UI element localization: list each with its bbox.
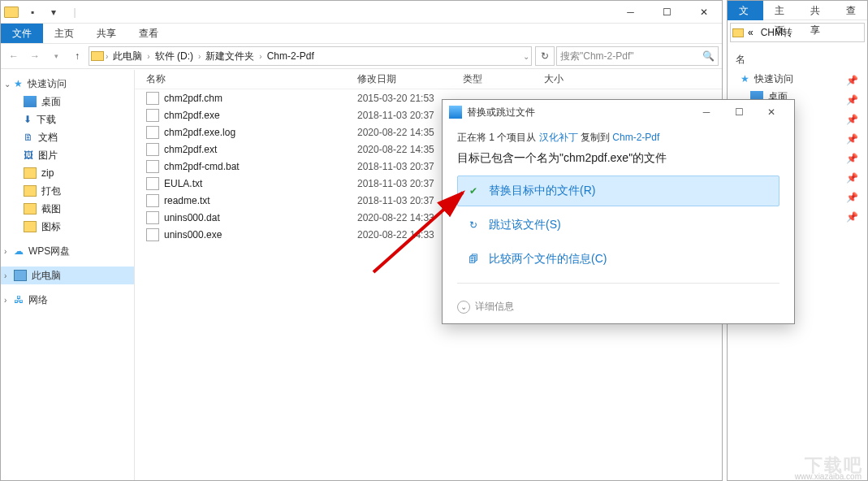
tab-home[interactable]: 主页 <box>43 24 85 43</box>
addr-dropdown-icon[interactable]: ⌄ <box>523 52 529 61</box>
search-input[interactable]: 搜索"Chm-2-Pdf" 🔍 <box>556 46 719 66</box>
tab-view[interactable]: 查看 <box>127 24 170 43</box>
chevron-right-icon[interactable]: › <box>198 52 201 61</box>
pin-icon[interactable]: 📌 <box>846 210 857 224</box>
tab-home[interactable]: 主页 <box>763 1 799 20</box>
caret-icon[interactable]: ⌄ <box>4 80 11 89</box>
dialog-minimize[interactable]: ─ <box>690 100 723 124</box>
qat-divider: | <box>66 3 84 21</box>
nav-recent[interactable]: ▾ <box>46 46 66 66</box>
address-bar-2[interactable]: « CHM转 <box>730 23 865 42</box>
dialog-body: 正在将 1 个项目从 汉化补丁 复制到 Chm-2-Pdf 目标已包含一个名为"… <box>443 124 794 295</box>
caret-icon[interactable]: › <box>4 247 6 256</box>
nav-bar: ← → ▾ ↑ › 此电脑 › 软件 (D:) › 新建文件夹 › Chm-2-… <box>1 43 722 69</box>
file-icon <box>146 126 159 139</box>
crumb[interactable]: CHM转 <box>758 26 796 40</box>
sidebar-quick-access[interactable]: ⌄ ★快速访问 <box>1 75 134 93</box>
file-icon <box>146 194 159 207</box>
sidebar-item-pictures[interactable]: 🖼图片 <box>1 146 134 164</box>
caret-icon[interactable]: › <box>4 296 6 305</box>
file-icon <box>146 143 159 156</box>
pin-icon[interactable]: 📌 <box>846 171 857 185</box>
sidebar-wps[interactable]: ›☁WPS网盘 <box>1 242 134 260</box>
titlebar: ▪ ▾ | ─ ☐ ✕ <box>1 1 722 24</box>
pin-icon[interactable]: 📌 <box>846 112 857 127</box>
ribbon-tabs: 文件 主页 共享 查看 <box>1 24 722 43</box>
col-name[interactable]: 名称 <box>146 72 357 86</box>
option-skip[interactable]: ↻ 跳过该文件(S) <box>457 210 779 240</box>
dest-link[interactable]: Chm-2-Pdf <box>612 132 659 143</box>
sidebar-item-screenshot[interactable]: 截图 <box>1 200 134 218</box>
sidebar-item-downloads[interactable]: ⬇下载 <box>1 110 134 128</box>
pin-icon[interactable]: 📌 <box>846 151 857 166</box>
caret-icon[interactable]: › <box>4 271 6 280</box>
maximize-button[interactable]: ☐ <box>649 1 685 24</box>
dialog-more-details[interactable]: ⌄ 详细信息 <box>443 295 794 323</box>
address-bar[interactable]: › 此电脑 › 软件 (D:) › 新建文件夹 › Chm-2-Pdf ⌄ <box>89 46 532 66</box>
chevron-right-icon[interactable]: › <box>106 52 108 61</box>
file-icon <box>146 211 159 224</box>
qat-btn-2[interactable]: ▾ <box>45 3 63 21</box>
compare-icon: 🗐 <box>466 252 481 266</box>
file-icon <box>146 109 159 122</box>
crumb-folder1[interactable]: 新建文件夹 <box>202 50 257 63</box>
col-size[interactable]: 大小 <box>544 72 722 86</box>
check-icon: ✔ <box>466 184 481 198</box>
dialog-status-line: 正在将 1 个项目从 汉化补丁 复制到 Chm-2-Pdf <box>457 131 779 145</box>
pin-icon[interactable]: 📌 <box>846 93 857 107</box>
nav-up[interactable]: ↑ <box>67 46 87 66</box>
window-buttons: ─ ☐ ✕ <box>612 1 722 24</box>
nav-back[interactable]: ← <box>4 46 24 66</box>
tab-file[interactable]: 文件 <box>1 24 43 43</box>
file-icon <box>146 92 159 105</box>
folder-icon <box>2 3 20 21</box>
tab-file[interactable]: 文件 <box>728 1 763 20</box>
tab-share[interactable]: 共享 <box>85 24 127 43</box>
minimize-button[interactable]: ─ <box>612 1 649 24</box>
tab-share[interactable]: 共享 <box>799 1 835 20</box>
pins-column: 📌 📌 📌 📌 📌 📌 📌 📌 <box>846 73 857 224</box>
pin-icon[interactable]: 📌 <box>846 132 857 146</box>
col-type[interactable]: 类型 <box>463 72 544 86</box>
dialog-maximize[interactable]: ☐ <box>723 100 755 124</box>
tab-view[interactable]: 查 <box>835 1 867 20</box>
sidebar-thispc[interactable]: ›此电脑 <box>1 266 134 284</box>
option-compare[interactable]: 🗐 比较两个文件的信息(C) <box>457 244 779 275</box>
pin-icon[interactable]: 📌 <box>846 190 857 205</box>
dialog-close[interactable]: ✕ <box>755 100 788 124</box>
dialog-title: 替换或跳过文件 <box>467 106 690 119</box>
watermark-url: www.xiazaiba.com <box>795 472 862 481</box>
source-link[interactable]: 汉化补丁 <box>539 132 578 143</box>
chevron-down-icon: ⌄ <box>457 301 470 314</box>
option-replace[interactable]: ✔ 替换目标中的文件(R) <box>457 176 779 206</box>
file-icon <box>146 228 159 241</box>
sidebar-item-documents[interactable]: 🗎文档 <box>1 128 134 146</box>
qat-btn-1[interactable]: ▪ <box>24 3 41 21</box>
crumb-folder2[interactable]: Chm-2-Pdf <box>264 50 317 62</box>
sidebar-item-icons[interactable]: 图标 <box>1 218 134 236</box>
pin-icon[interactable]: 📌 <box>846 73 857 88</box>
dialog-heading: 目标已包含一个名为"chm2pdf.exe"的文件 <box>457 151 779 166</box>
chevron-right-icon[interactable]: › <box>147 52 149 61</box>
search-icon[interactable]: 🔍 <box>702 50 715 62</box>
refresh-button[interactable]: ↻ <box>535 46 555 66</box>
sidebar-item-pack[interactable]: 打包 <box>1 182 134 200</box>
ribbon-tabs-2: 文件 主页 共享 查 <box>728 1 867 20</box>
folder-icon <box>91 51 104 61</box>
chevron-right-icon[interactable]: › <box>259 52 261 61</box>
dialog-titlebar: 替换或跳过文件 ─ ☐ ✕ <box>443 100 794 124</box>
file-icon <box>146 160 159 173</box>
quick-access-toolbar: ▪ ▾ | <box>1 1 85 23</box>
crumb-thispc[interactable]: 此电脑 <box>110 50 145 63</box>
crumb-drive[interactable]: 软件 (D:) <box>152 50 196 63</box>
close-button[interactable]: ✕ <box>685 1 722 24</box>
sidebar-item-zip[interactable]: zip <box>1 164 134 182</box>
search-placeholder: 搜索"Chm-2-Pdf" <box>560 50 634 63</box>
col-date[interactable]: 修改日期 <box>357 72 463 86</box>
sidebar-item-desktop[interactable]: 桌面 <box>1 93 134 110</box>
col-name-2[interactable]: 名 <box>728 50 867 70</box>
nav-forward[interactable]: → <box>25 46 45 66</box>
sidebar-network[interactable]: ›🖧网络 <box>1 291 134 309</box>
sidebar: ⌄ ★快速访问 桌面 ⬇下载 🗎文档 🖼图片 zip 打包 截图 图标 ›☁WP… <box>1 70 135 480</box>
file-icon <box>146 177 159 190</box>
